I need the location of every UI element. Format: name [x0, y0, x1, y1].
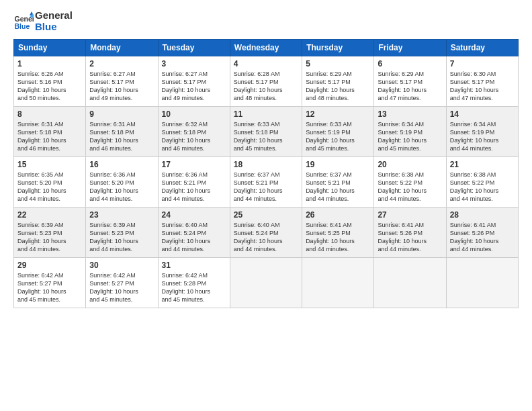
table-row: 13 Sunrise: 6:34 AM Sunset: 5:19 PM Dayl… [374, 107, 446, 157]
table-row: 6 Sunrise: 6:29 AM Sunset: 5:17 PM Dayli… [374, 56, 446, 107]
table-row: 10 Sunrise: 6:32 AM Sunset: 5:18 PM Dayl… [158, 107, 230, 157]
day-number: 5 [306, 59, 370, 68]
day-number: 12 [306, 109, 370, 119]
table-row: 7 Sunrise: 6:30 AM Sunset: 5:17 PM Dayli… [446, 56, 518, 107]
col-header-tuesday: Tuesday [158, 40, 230, 56]
day-info: Sunrise: 6:41 AM Sunset: 5:25 PM Dayligh… [306, 221, 370, 254]
day-number: 16 [89, 160, 154, 169]
day-info: Sunrise: 6:27 AM Sunset: 5:17 PM Dayligh… [162, 70, 226, 103]
day-info: Sunrise: 6:29 AM Sunset: 5:17 PM Dayligh… [378, 70, 442, 103]
table-row: 21 Sunrise: 6:38 AM Sunset: 5:22 PM Dayl… [446, 157, 518, 208]
day-number: 28 [450, 210, 515, 220]
day-number: 6 [378, 59, 442, 68]
header: General Blue General Blue [13, 10, 519, 32]
day-number: 27 [378, 210, 442, 220]
day-info: Sunrise: 6:41 AM Sunset: 5:26 PM Dayligh… [378, 221, 442, 254]
col-header-thursday: Thursday [302, 40, 374, 56]
day-number: 22 [17, 210, 82, 220]
table-row: 11 Sunrise: 6:33 AM Sunset: 5:18 PM Dayl… [230, 107, 302, 157]
day-info: Sunrise: 6:36 AM Sunset: 5:20 PM Dayligh… [89, 171, 154, 203]
day-info: Sunrise: 6:30 AM Sunset: 5:17 PM Dayligh… [450, 70, 515, 103]
day-number: 21 [450, 160, 515, 169]
logo-icon: General Blue [13, 11, 34, 32]
table-row: 23 Sunrise: 6:39 AM Sunset: 5:23 PM Dayl… [86, 208, 158, 258]
day-number: 10 [162, 109, 226, 119]
day-info: Sunrise: 6:31 AM Sunset: 5:18 PM Dayligh… [17, 120, 82, 153]
table-row: 20 Sunrise: 6:38 AM Sunset: 5:22 PM Dayl… [374, 157, 446, 208]
day-number: 4 [234, 59, 298, 68]
table-row: 28 Sunrise: 6:41 AM Sunset: 5:26 PM Dayl… [446, 208, 518, 258]
day-number: 30 [89, 261, 154, 270]
day-number: 25 [234, 210, 298, 220]
table-row: 31 Sunrise: 6:42 AM Sunset: 5:28 PM Dayl… [158, 258, 230, 308]
table-row: 24 Sunrise: 6:40 AM Sunset: 5:24 PM Dayl… [158, 208, 230, 258]
table-row: 15 Sunrise: 6:35 AM Sunset: 5:20 PM Dayl… [14, 157, 86, 208]
day-info: Sunrise: 6:40 AM Sunset: 5:24 PM Dayligh… [234, 221, 298, 254]
day-info: Sunrise: 6:38 AM Sunset: 5:22 PM Dayligh… [378, 171, 442, 203]
day-number: 18 [234, 160, 298, 169]
day-number: 31 [162, 261, 226, 270]
day-number: 8 [17, 109, 82, 119]
day-number: 17 [162, 160, 226, 169]
day-number: 1 [17, 59, 82, 68]
logo-blue: Blue [35, 21, 73, 33]
table-row: 9 Sunrise: 6:31 AM Sunset: 5:18 PM Dayli… [86, 107, 158, 157]
day-number: 23 [89, 210, 154, 220]
day-info: Sunrise: 6:42 AM Sunset: 5:27 PM Dayligh… [17, 271, 82, 304]
day-number: 15 [17, 160, 82, 169]
table-row: 3 Sunrise: 6:27 AM Sunset: 5:17 PM Dayli… [158, 56, 230, 107]
day-info: Sunrise: 6:39 AM Sunset: 5:23 PM Dayligh… [89, 221, 154, 254]
table-row: 22 Sunrise: 6:39 AM Sunset: 5:23 PM Dayl… [14, 208, 86, 258]
table-row [302, 258, 374, 308]
table-row: 25 Sunrise: 6:40 AM Sunset: 5:24 PM Dayl… [230, 208, 302, 258]
day-number: 14 [450, 109, 515, 119]
day-number: 2 [89, 59, 154, 68]
day-number: 20 [378, 160, 442, 169]
day-info: Sunrise: 6:35 AM Sunset: 5:20 PM Dayligh… [17, 171, 82, 203]
table-row: 16 Sunrise: 6:36 AM Sunset: 5:20 PM Dayl… [86, 157, 158, 208]
day-info: Sunrise: 6:29 AM Sunset: 5:17 PM Dayligh… [306, 70, 370, 103]
col-header-wednesday: Wednesday [230, 40, 302, 56]
day-number: 29 [17, 261, 82, 270]
day-number: 26 [306, 210, 370, 220]
day-info: Sunrise: 6:32 AM Sunset: 5:18 PM Dayligh… [162, 120, 226, 153]
day-number: 7 [450, 59, 515, 68]
logo-general: General [35, 10, 73, 21]
day-number: 13 [378, 109, 442, 119]
day-info: Sunrise: 6:33 AM Sunset: 5:18 PM Dayligh… [234, 120, 298, 153]
day-number: 3 [162, 59, 226, 68]
col-header-saturday: Saturday [446, 40, 518, 56]
table-row: 30 Sunrise: 6:42 AM Sunset: 5:27 PM Dayl… [86, 258, 158, 308]
day-info: Sunrise: 6:34 AM Sunset: 5:19 PM Dayligh… [378, 120, 442, 153]
table-row: 8 Sunrise: 6:31 AM Sunset: 5:18 PM Dayli… [14, 107, 86, 157]
table-row [446, 258, 518, 308]
col-header-monday: Monday [86, 40, 158, 56]
day-info: Sunrise: 6:37 AM Sunset: 5:21 PM Dayligh… [234, 171, 298, 203]
day-info: Sunrise: 6:34 AM Sunset: 5:19 PM Dayligh… [450, 120, 515, 153]
day-info: Sunrise: 6:27 AM Sunset: 5:17 PM Dayligh… [89, 70, 154, 103]
day-number: 19 [306, 160, 370, 169]
day-info: Sunrise: 6:36 AM Sunset: 5:21 PM Dayligh… [162, 171, 226, 203]
calendar: SundayMondayTuesdayWednesdayThursdayFrid… [13, 39, 519, 308]
table-row: 12 Sunrise: 6:33 AM Sunset: 5:19 PM Dayl… [302, 107, 374, 157]
logo: General Blue General Blue [13, 10, 73, 32]
day-number: 9 [89, 109, 154, 119]
day-info: Sunrise: 6:41 AM Sunset: 5:26 PM Dayligh… [450, 221, 515, 254]
table-row: 29 Sunrise: 6:42 AM Sunset: 5:27 PM Dayl… [14, 258, 86, 308]
col-header-friday: Friday [374, 40, 446, 56]
table-row [230, 258, 302, 308]
page: General Blue General Blue SundayMondayTu… [0, 0, 532, 411]
day-info: Sunrise: 6:37 AM Sunset: 5:21 PM Dayligh… [306, 171, 370, 203]
table-row: 17 Sunrise: 6:36 AM Sunset: 5:21 PM Dayl… [158, 157, 230, 208]
day-info: Sunrise: 6:28 AM Sunset: 5:17 PM Dayligh… [234, 70, 298, 103]
col-header-sunday: Sunday [14, 40, 86, 56]
table-row: 27 Sunrise: 6:41 AM Sunset: 5:26 PM Dayl… [374, 208, 446, 258]
table-row: 26 Sunrise: 6:41 AM Sunset: 5:25 PM Dayl… [302, 208, 374, 258]
svg-text:Blue: Blue [15, 21, 30, 30]
day-info: Sunrise: 6:42 AM Sunset: 5:27 PM Dayligh… [89, 271, 154, 304]
table-row: 1 Sunrise: 6:26 AM Sunset: 5:16 PM Dayli… [14, 56, 86, 107]
table-row: 5 Sunrise: 6:29 AM Sunset: 5:17 PM Dayli… [302, 56, 374, 107]
day-info: Sunrise: 6:42 AM Sunset: 5:28 PM Dayligh… [162, 271, 226, 304]
day-number: 11 [234, 109, 298, 119]
table-row: 4 Sunrise: 6:28 AM Sunset: 5:17 PM Dayli… [230, 56, 302, 107]
